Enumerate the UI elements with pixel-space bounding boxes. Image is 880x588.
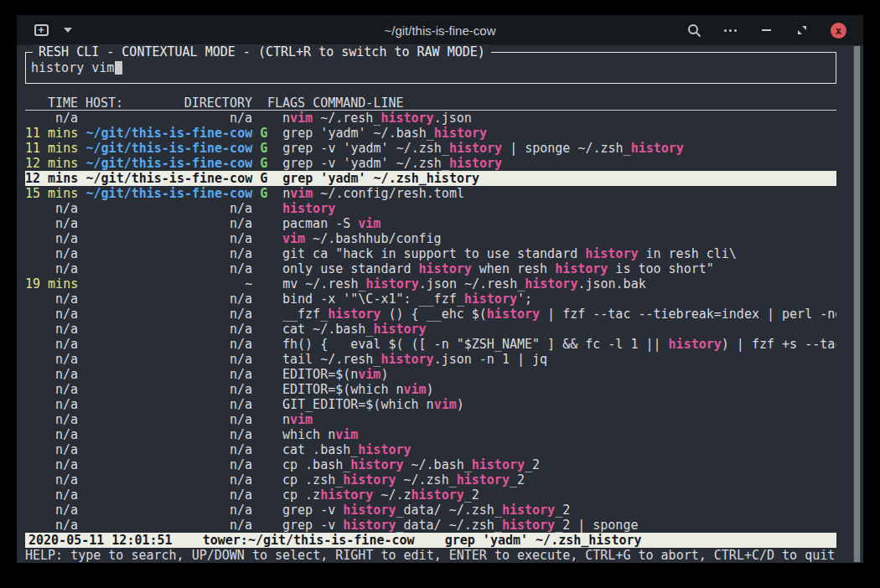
- time-cell: n/a: [25, 412, 78, 427]
- history-row[interactable]: n/an/acp .zhistory ~/.zhistory_2: [25, 487, 836, 503]
- flags-cell: [260, 487, 275, 503]
- time-cell: n/a: [25, 322, 78, 337]
- history-row[interactable]: n/an/anvim ~/.resh_history.json: [25, 111, 836, 126]
- flags-cell: [260, 412, 275, 427]
- history-row[interactable]: n/an/abind -x '"\C-x1": __fzf_history';: [25, 291, 836, 307]
- command-cell: grep 'yadm' ~/.bash_history: [282, 126, 487, 141]
- command-cell: GIT_EDITOR=$(which nvim): [282, 397, 464, 412]
- history-row[interactable]: n/an/avim ~/.bashhub/config: [25, 231, 836, 246]
- minimize-icon: [762, 29, 771, 31]
- titlebar: ~/git/this-is-fine-cow x: [17, 15, 863, 45]
- history-row[interactable]: n/an/aGIT_EDITOR=$(which nvim): [25, 397, 836, 412]
- match-highlight: history: [472, 457, 525, 472]
- flags-cell: [260, 472, 275, 487]
- search-icon: [687, 23, 701, 38]
- status-command: grep 'yadm' ~/.zsh_history: [445, 533, 642, 548]
- directory-cell: n/a: [85, 307, 252, 322]
- history-row[interactable]: n/an/aEDITOR=$(nvim): [25, 367, 836, 382]
- match-highlight: history: [555, 261, 608, 276]
- match-highlight: history: [525, 276, 577, 291]
- flags-cell: [260, 216, 275, 231]
- command-cell: grep -v history_data/ ~/.zsh_history_2: [282, 503, 570, 518]
- match-highlight: vim: [290, 412, 313, 427]
- scrollbar[interactable]: [853, 45, 861, 563]
- history-row[interactable]: n/an/acp .bash_history ~/.bash_history_2: [25, 457, 836, 472]
- history-row[interactable]: n/an/aonly use standard history when res…: [25, 261, 836, 276]
- terminal-content: RESH CLI - CONTEXTUAL MODE - (CTRL+R to …: [17, 45, 863, 563]
- close-button[interactable]: x: [831, 23, 846, 39]
- time-cell: n/a: [25, 442, 78, 457]
- command-cell: history: [282, 201, 335, 216]
- text-cursor: [115, 61, 122, 75]
- history-row[interactable]: n/an/awhich nvim: [25, 427, 836, 442]
- tab-dropdown-button[interactable]: [60, 23, 75, 38]
- time-cell: n/a: [25, 307, 78, 322]
- history-row[interactable]: n/an/aEDITOR=$(which nvim): [25, 382, 836, 397]
- command-cell: fh() { eval $( ([ -n "$ZSH_NAME" ] && fc…: [282, 337, 836, 352]
- menu-button[interactable]: [722, 23, 738, 38]
- new-tab-icon: [34, 24, 49, 36]
- history-row[interactable]: n/an/afh() { eval $( ([ -n "$ZSH_NAME" ]…: [25, 337, 836, 352]
- command-cell: grep -v 'yadm' ~/.zsh_history: [282, 156, 502, 171]
- directory-cell: n/a: [85, 291, 252, 307]
- directory-cell: n/a: [85, 111, 252, 126]
- flags-cell: [260, 518, 275, 533]
- flags-cell: [260, 246, 275, 261]
- command-cell: cat ~/.bash_history: [282, 322, 427, 337]
- match-highlight: history: [464, 291, 517, 307]
- flags-cell: G: [260, 126, 275, 141]
- command-cell: nvim ~/.resh_history.json: [282, 111, 472, 126]
- flags-cell: [260, 322, 275, 337]
- flags-cell: [260, 111, 275, 126]
- minimize-button[interactable]: [758, 23, 774, 38]
- resh-search-panel: RESH CLI - CONTEXTUAL MODE - (CTRL+R to …: [25, 52, 836, 84]
- history-row[interactable]: n/an/a__fzf_history () { __ehc $(history…: [25, 307, 836, 322]
- scrollbar-thumb[interactable]: [853, 46, 861, 562]
- history-row[interactable]: 15 mins~/git/this-is-fine-cowGnvim ~/.co…: [25, 186, 836, 201]
- history-row[interactable]: 11 mins~/git/this-is-fine-cowGgrep 'yadm…: [25, 126, 836, 141]
- directory-cell: n/a: [85, 367, 252, 382]
- match-highlight: history: [380, 352, 433, 367]
- history-row[interactable]: n/an/ahistory: [25, 201, 836, 216]
- history-row[interactable]: n/an/acp .zsh_history ~/.zsh_history_2: [25, 472, 836, 487]
- restore-button[interactable]: [795, 23, 810, 38]
- directory-cell: ~/git/this-is-fine-cow: [85, 186, 252, 201]
- directory-cell: n/a: [85, 352, 252, 367]
- history-row[interactable]: n/an/anvim: [25, 412, 836, 427]
- directory-cell: ~/git/this-is-fine-cow: [85, 156, 252, 171]
- history-row[interactable]: n/an/agrep -v history_data/ ~/.zsh_histo…: [25, 503, 836, 518]
- history-row-selected[interactable]: 12 mins~/git/this-is-fine-cowGgrep 'yadm…: [25, 171, 836, 186]
- history-row[interactable]: 11 mins~/git/this-is-fine-cowGgrep -v 'y…: [25, 141, 836, 156]
- kebab-icon: [724, 29, 727, 32]
- time-cell: n/a: [25, 111, 78, 126]
- history-row[interactable]: 19 mins~mv ~/.resh_history.json ~/.resh_…: [25, 276, 836, 291]
- restore-icon: [797, 25, 807, 35]
- help-line: HELP: type to search, UP/DOWN to select,…: [25, 548, 836, 563]
- flags-cell: [260, 307, 275, 322]
- directory-cell: n/a: [85, 487, 252, 503]
- command-cell: git ca "hack in support to use standard …: [282, 246, 737, 261]
- history-row[interactable]: n/an/agrep -v history_data/ ~/.zsh_histo…: [25, 518, 836, 533]
- directory-cell: n/a: [85, 503, 252, 518]
- directory-cell: n/a: [85, 397, 252, 412]
- time-cell: n/a: [25, 216, 78, 231]
- time-cell: 11 mins: [25, 126, 78, 141]
- flags-cell: G: [260, 156, 275, 171]
- history-row[interactable]: n/an/agit ca "hack in support to use sta…: [25, 246, 836, 261]
- history-row[interactable]: 12 mins~/git/this-is-fine-cowGgrep -v 'y…: [25, 156, 836, 171]
- directory-cell: n/a: [85, 382, 252, 397]
- search-button[interactable]: [686, 23, 701, 38]
- history-row[interactable]: n/an/acat ~/.bash_history: [25, 322, 836, 337]
- history-row[interactable]: n/an/acat .bash_history: [25, 442, 836, 457]
- status-datetime: 2020-05-11 12:01:51: [28, 533, 173, 548]
- resh-mode-legend: RESH CLI - CONTEXTUAL MODE - (CTRL+R to …: [33, 44, 491, 59]
- command-cell: cat .bash_history: [282, 442, 412, 457]
- new-tab-button[interactable]: [34, 23, 49, 38]
- command-cell: cp .bash_history ~/.bash_history_2: [282, 457, 540, 472]
- history-row[interactable]: n/an/atail ~/.resh_history.json -n 1 | j…: [25, 352, 836, 367]
- history-row[interactable]: n/an/apacman -S vim: [25, 216, 836, 231]
- match-highlight: vim: [290, 111, 313, 126]
- time-cell: n/a: [25, 472, 78, 487]
- command-cell: EDITOR=$(nvim): [282, 367, 388, 382]
- directory-cell: n/a: [85, 442, 252, 457]
